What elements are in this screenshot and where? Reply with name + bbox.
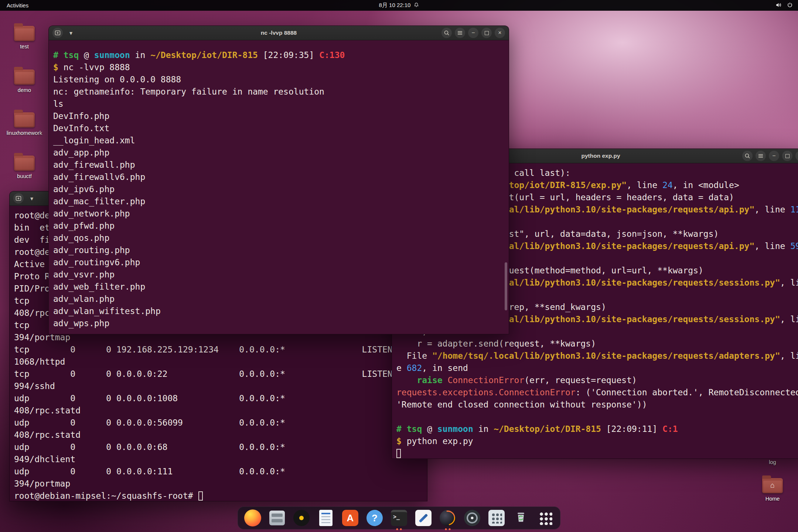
icon-label: log [769, 459, 776, 465]
terminal-row: raise ConnectionError(err, request=reque… [396, 374, 798, 386]
app-center-icon: A [342, 510, 358, 526]
terminal-row: adv_ipv6.php [53, 183, 504, 195]
terminal-row: adv_wlan_wifitest.php [53, 305, 504, 317]
terminal-row: $ nc -lvvp 8888 [53, 61, 504, 74]
house-glyph: ⌂ [762, 481, 783, 490]
icon-label: linuxhomework [7, 130, 42, 136]
titlebar[interactable]: ▾ nc -lvvp 8888 − × [49, 26, 509, 40]
power-icon [787, 2, 793, 9]
minimize-button[interactable]: − [769, 151, 779, 161]
dock-item-app-center[interactable]: A [341, 508, 360, 528]
desktop: { "topbar": { "activities_label": "Activ… [0, 0, 798, 532]
menu-button[interactable] [455, 28, 465, 38]
maximize-button[interactable] [481, 28, 492, 38]
running-indicator [396, 528, 402, 530]
terminal-row: 949/dhclient [14, 453, 423, 466]
dock-item-pen-editor[interactable] [414, 508, 433, 528]
pen-editor-icon [415, 510, 432, 526]
trash-icon [514, 510, 528, 526]
camera-app-icon [293, 510, 310, 526]
terminal-row: 408/rpc.statd [14, 405, 423, 417]
terminal-row: adv_wlan.php [53, 293, 504, 305]
bell-icon [413, 2, 419, 9]
dock-item-files[interactable] [267, 508, 287, 528]
dock-item-dark-browser[interactable] [438, 508, 457, 528]
help-icon: ? [366, 510, 383, 526]
terminal-row: tcp 0 0 192.168.225.129:1234 0.0.0.0:* L… [14, 344, 423, 356]
folder-icon [14, 69, 35, 85]
terminal-row: adv_web_filter.php [53, 281, 504, 293]
terminal-row [396, 411, 798, 423]
dock-item-terminal[interactable]: >_ [389, 508, 409, 528]
terminal-row: __login_head.xml [53, 134, 504, 147]
terminal-row [396, 447, 798, 458]
minimize-button[interactable]: − [468, 28, 478, 38]
folder-icon [14, 156, 35, 171]
files-icon [269, 511, 285, 525]
dock-item-trash[interactable] [511, 508, 531, 528]
terminal-row: 1068/httpd [14, 356, 423, 368]
terminal-row: adv_routingv6.php [53, 256, 504, 269]
terminal-row: adv_qos.php [53, 232, 504, 244]
search-button[interactable] [441, 28, 452, 38]
text-document-icon [319, 510, 332, 526]
terminal-row: tcp 0 0 0.0.0.0:22 0.0.0.0:* LISTEN [14, 368, 423, 380]
new-tab-button[interactable] [52, 28, 63, 38]
activities-button[interactable]: Activities [0, 0, 35, 11]
dock-item-show-apps[interactable] [536, 508, 555, 528]
terminal-row: # tsq @ sunmoon in ~/Desktop/iot/DIR-815… [53, 49, 504, 61]
volume-icon [775, 2, 782, 9]
terminal-row: e 682, in send [396, 362, 798, 374]
terminal-row: requests.exceptions.ConnectionError: ('C… [396, 386, 798, 399]
chevron-down-icon[interactable]: ▾ [66, 28, 76, 38]
top-bar: Activities 8月 10 22:10 [0, 0, 798, 11]
desktop-icon-test[interactable]: test [6, 26, 43, 50]
camera-lens-icon [464, 510, 480, 526]
window-title: nc -lvvp 8888 [49, 30, 509, 36]
dock: A ? >_ [238, 507, 560, 529]
folder-icon [14, 112, 35, 127]
terminal-content[interactable]: # tsq @ sunmoon in ~/Desktop/iot/DIR-815… [49, 40, 509, 334]
terminal-row: File "/home/tsq/.local/lib/python3.10/si… [396, 350, 798, 362]
dock-item-firefox[interactable] [243, 508, 262, 528]
close-button[interactable]: × [795, 151, 798, 161]
terminal-icon: >_ [391, 510, 407, 526]
terminal-row: adv_network.php [53, 208, 504, 220]
maximize-button[interactable] [782, 151, 792, 161]
scrollbar-thumb[interactable] [505, 262, 507, 310]
terminal-row: adv_vsvr.php [53, 269, 504, 281]
terminal-row: udp 0 0 0.0.0.0:111 0.0.0.0:* [14, 466, 423, 478]
terminal-row: adv_pfwd.php [53, 220, 504, 232]
terminal-row: ls [53, 98, 504, 110]
dock-item-calculator[interactable] [487, 508, 506, 528]
terminal-row: adv_wps.php [53, 317, 504, 330]
icon-label: test [20, 44, 28, 50]
desktop-icon-buuctf[interactable]: buuctf [6, 156, 43, 179]
dock-item-help[interactable]: ? [365, 508, 384, 528]
terminal-row: udp 0 0 0.0.0.0:68 0.0.0.0:* [14, 441, 423, 453]
desktop-icon-home[interactable]: ⌂ Home [754, 478, 791, 502]
icon-label: buuctf [17, 173, 32, 179]
terminal-row: 394/portmap [14, 478, 423, 490]
folder-icon [14, 26, 35, 41]
calculator-icon [488, 510, 505, 526]
dock-item-text-document[interactable] [316, 508, 335, 528]
terminal-row: adv_routing.php [53, 244, 504, 256]
dock-item-camera-app[interactable] [292, 508, 311, 528]
clock[interactable]: 8月 10 22:10 [379, 0, 419, 11]
desktop-icon-linuxhomework[interactable]: linuxhomework [6, 112, 43, 136]
new-tab-button[interactable] [13, 193, 24, 204]
terminal-row: udp 0 0 0.0.0.0:1008 0.0.0.0:* [14, 392, 423, 405]
search-button[interactable] [742, 151, 753, 161]
clock-text: 8月 10 22:10 [379, 2, 411, 9]
terminal-row: nc: getnameinfo: Temporary failure in na… [53, 86, 504, 98]
close-button[interactable]: × [495, 28, 505, 38]
chevron-down-icon[interactable]: ▾ [27, 193, 37, 204]
terminal-row: udp 0 0 0.0.0.0:56099 0.0.0.0:* [14, 417, 423, 429]
menu-button[interactable] [756, 151, 766, 161]
dock-item-camera-lens[interactable] [463, 508, 482, 528]
terminal-window-nc: ▾ nc -lvvp 8888 − × # tsq @ sunmoon in ~… [48, 25, 509, 334]
system-tray[interactable] [775, 0, 793, 11]
icon-label: Home [765, 496, 780, 502]
desktop-icon-demo[interactable]: demo [6, 69, 43, 93]
